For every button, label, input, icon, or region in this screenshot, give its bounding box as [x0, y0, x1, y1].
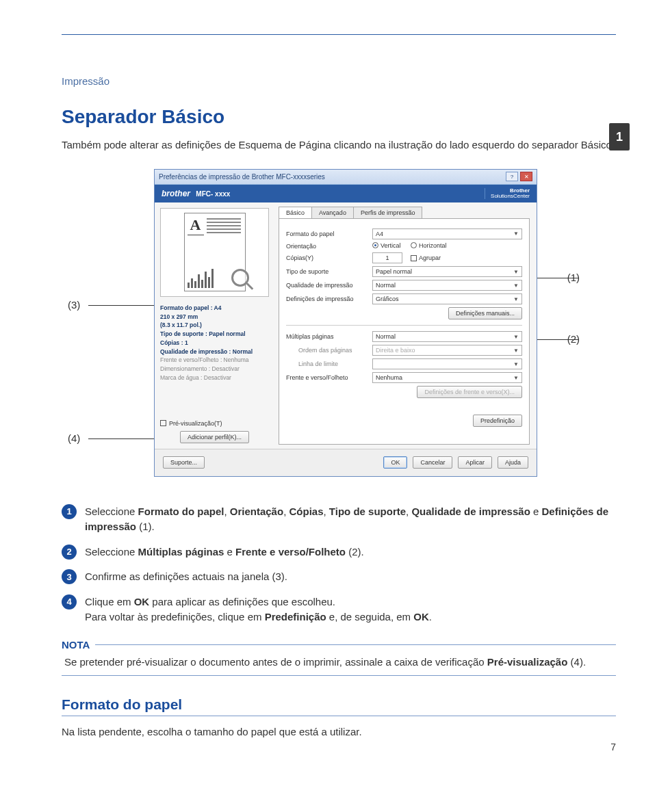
select-linha: ▼ [372, 358, 522, 369]
tab-basico[interactable]: Básico [279, 207, 312, 218]
select-ordem: Direita e baixo▼ [372, 345, 522, 356]
label-qualidade: Qualidade de impressão [286, 282, 368, 289]
callout-4-line [88, 438, 157, 439]
print-preferences-dialog: Preferências de impressão de Brother MFC… [154, 169, 537, 477]
duplex-settings-button: Definições de frente e verso(X)... [417, 386, 522, 398]
radio-horizontal[interactable]: Horizontal [411, 242, 447, 249]
steps-list: 1 Seleccione Formato do papel, Orientaçã… [62, 504, 616, 625]
section-body-formato: Na lista pendente, escolha o tamanho do … [62, 726, 616, 737]
ok-button[interactable]: OK [383, 456, 407, 469]
select-multiplas[interactable]: Normal▼ [372, 331, 522, 342]
radio-vertical[interactable]: Vertical [372, 242, 401, 249]
chapter-tab: 1 [609, 123, 630, 150]
step-4: 4 Clique em OK para aplicar as definiçõe… [62, 594, 616, 625]
select-qualidade[interactable]: Normal▼ [372, 280, 522, 291]
step-3: 3 Confirme as definições actuais na jane… [62, 569, 616, 585]
tabs: Básico Avançado Perfis de impressão [279, 207, 530, 218]
close-icon[interactable]: ✕ [520, 172, 532, 181]
apply-button[interactable]: Aplicar [458, 456, 492, 469]
breadcrumb: Impressão [62, 75, 616, 87]
top-rule [62, 34, 616, 35]
preview-checkbox-row[interactable]: Pré-visualização(T) [160, 416, 269, 431]
label-formato: Formato do papel [286, 231, 368, 237]
label-ordem: Ordem das páginas [286, 347, 368, 354]
settings-summary: Formato do papel : A4 210 x 297 mm (8.3 … [160, 304, 269, 382]
checkbox-agrupar[interactable]: Agrupar [411, 254, 441, 261]
select-definicoes-impressao[interactable]: Gráficos▼ [372, 293, 522, 304]
tab-perfis[interactable]: Perfis de impressão [353, 207, 423, 218]
dialog-figure: (3) (1) (2) (4) Preferências de impressã… [72, 169, 606, 484]
predefinicao-button[interactable]: Predefinição [473, 415, 522, 427]
solutions-center-link[interactable]: BrotherSolutionsCenter [485, 188, 530, 199]
step-1: 1 Seleccione Formato do papel, Orientaçã… [62, 504, 616, 535]
dialog-left-pane: A Formato do papel : A4 210 x 297 mm (8.… [155, 202, 274, 449]
callout-3: (3) [68, 299, 80, 311]
help-icon[interactable]: ? [506, 172, 518, 181]
input-copias[interactable]: 1 [372, 252, 402, 263]
page-number: 7 [610, 742, 616, 752]
preview-checkbox-label: Pré-visualização(T) [169, 420, 222, 427]
model-label: MFC- xxxx [196, 190, 230, 198]
tab-avancado[interactable]: Avançado [311, 207, 354, 218]
section-heading-formato: Formato do papel [62, 696, 616, 716]
manual-settings-button[interactable]: Definições manuais... [448, 307, 522, 319]
step-2: 2 Seleccione Múltiplas páginas e Frente … [62, 545, 616, 560]
select-frente-verso[interactable]: Nenhuma▼ [372, 372, 522, 383]
magnifier-icon [231, 269, 249, 287]
suporte-button[interactable]: Suporte... [163, 456, 205, 469]
label-tipo: Tipo de suporte [286, 268, 368, 275]
step-badge-1: 1 [62, 504, 77, 519]
preview-page-icon: A [184, 213, 246, 291]
help-button[interactable]: Ajuda [498, 456, 528, 469]
label-multiplas: Múltiplas páginas [286, 333, 368, 340]
step-badge-3: 3 [62, 569, 77, 584]
label-linha: Linha de limite [286, 361, 368, 367]
select-tipo[interactable]: Papel normal▼ [372, 266, 522, 277]
label-copias: Cópias(Y) [286, 254, 368, 261]
callout-3-line [88, 305, 157, 306]
intro-paragraph: Também pode alterar as definições de Esq… [62, 137, 616, 153]
label-definicoes-impressao: Definições de impressão [286, 296, 368, 302]
brand-bar: brother MFC- xxxx BrotherSolutionsCenter [155, 185, 537, 202]
cancel-button[interactable]: Cancelar [413, 456, 452, 469]
note-block: NOTA Se pretender pré-visualizar o docum… [62, 639, 616, 677]
step-badge-4: 4 [62, 594, 77, 610]
dialog-titlebar: Preferências de impressão de Brother MFC… [155, 170, 537, 185]
select-formato[interactable]: A4▼ [372, 228, 522, 239]
note-label: NOTA [62, 639, 90, 651]
callout-4: (4) [68, 432, 80, 444]
step-badge-2: 2 [62, 545, 77, 560]
label-orientacao: Orientação [286, 243, 368, 250]
preview-checkbox[interactable] [160, 420, 166, 426]
page-title: Separador Básico [62, 106, 616, 128]
tab-panel-basico: Formato do papel A4▼ Orientação Vertical… [279, 218, 530, 445]
page-preview[interactable]: A [160, 208, 269, 297]
dialog-title: Preferências de impressão de Brother MFC… [159, 173, 325, 181]
add-profile-button[interactable]: Adicionar perfil(K)... [180, 431, 249, 443]
label-frente-verso: Frente e verso/Folheto [286, 374, 368, 381]
brother-logo: brother [162, 189, 190, 198]
